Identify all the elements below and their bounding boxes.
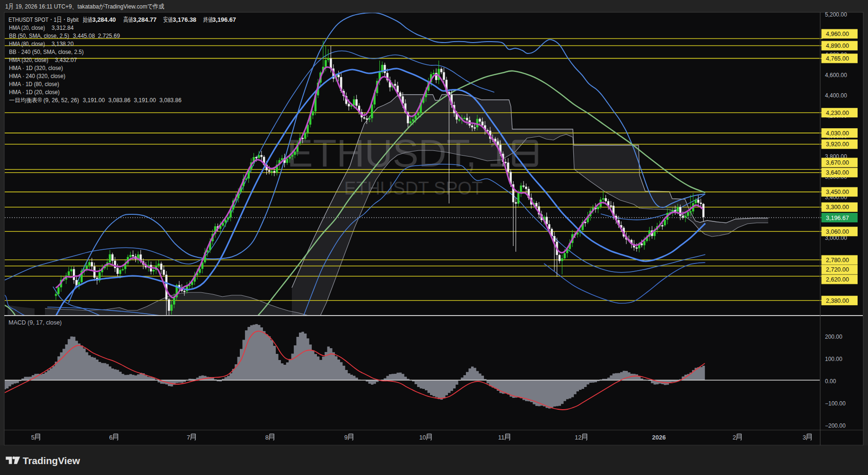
svg-text:3,191.00: 3,191.00 — [83, 97, 105, 104]
svg-text:安値: 安値 — [163, 16, 173, 23]
svg-text:−100.00: −100.00 — [825, 400, 846, 407]
svg-text:11: 11 — [498, 434, 505, 441]
svg-text:HMA (320, close): HMA (320, close) — [9, 57, 48, 63]
svg-text:4,400.00: 4,400.00 — [825, 92, 847, 99]
svg-text:2,780.00: 2,780.00 — [826, 257, 849, 264]
svg-text:3,432.07: 3,432.07 — [55, 57, 77, 63]
svg-text:3,060.00: 3,060.00 — [826, 229, 849, 235]
svg-text:3,196.67: 3,196.67 — [212, 16, 236, 23]
svg-text:BB (50, SMA, close, 2.5): BB (50, SMA, close, 2.5) — [9, 33, 69, 39]
svg-text:5: 5 — [31, 434, 35, 441]
svg-text:1月 19, 2026 16:11 UTC+9、takata: 1月 19, 2026 16:11 UTC+9、takatabaがTrading… — [5, 3, 164, 10]
svg-text:4,030.00: 4,030.00 — [826, 130, 849, 137]
svg-text:3,176.38: 3,176.38 — [173, 16, 196, 23]
svg-text:2,380.00: 2,380.00 — [826, 298, 849, 304]
svg-text:0.00: 0.00 — [825, 378, 836, 385]
svg-text:8: 8 — [265, 434, 269, 441]
svg-text:ETHUSDT SPOT・1日・Bybit: ETHUSDT SPOT・1日・Bybit — [9, 16, 79, 23]
svg-text:4,960.00: 4,960.00 — [826, 31, 849, 37]
svg-text:HMA (80, close): HMA (80, close) — [9, 41, 45, 47]
svg-text:3,450.00: 3,450.00 — [826, 189, 849, 195]
svg-text:3,284.40: 3,284.40 — [92, 16, 116, 23]
svg-text:3: 3 — [803, 434, 806, 441]
svg-text:3,312.84: 3,312.84 — [52, 25, 74, 31]
svg-text:100.00: 100.00 — [825, 356, 842, 362]
svg-text:高値: 高値 — [123, 16, 133, 23]
svg-text:9: 9 — [344, 434, 348, 441]
svg-text:3,445.08: 3,445.08 — [73, 33, 95, 39]
svg-text:10: 10 — [419, 434, 426, 441]
svg-text:5,200.00: 5,200.00 — [825, 11, 847, 18]
svg-text:3,284.77: 3,284.77 — [133, 16, 157, 23]
svg-text:7: 7 — [187, 434, 190, 441]
svg-text:3,083.86: 3,083.86 — [108, 97, 131, 104]
svg-text:3,670.00: 3,670.00 — [826, 159, 849, 166]
svg-text:4,765.00: 4,765.00 — [826, 55, 849, 62]
svg-text:BB · 240 (50, SMA, close, 2.5): BB · 240 (50, SMA, close, 2.5) — [9, 49, 84, 55]
svg-text:3,138.20: 3,138.20 — [52, 41, 74, 47]
svg-text:2: 2 — [733, 434, 736, 441]
svg-text:3,196.67: 3,196.67 — [826, 215, 849, 221]
svg-text:HMA · 1D (320, close): HMA · 1D (320, close) — [9, 65, 63, 71]
svg-text:−200.00: −200.00 — [825, 422, 846, 429]
svg-text:始値: 始値 — [83, 16, 92, 23]
svg-text:HMA (20, close): HMA (20, close) — [9, 25, 45, 31]
svg-text:4,890.00: 4,890.00 — [826, 43, 849, 49]
svg-text:終値: 終値 — [203, 16, 213, 23]
svg-text:4,600.00: 4,600.00 — [825, 72, 847, 79]
svg-text:3,191.00: 3,191.00 — [134, 97, 156, 104]
svg-text:HMA · 1D (20, close): HMA · 1D (20, close) — [9, 89, 60, 96]
svg-text:3,083.86: 3,083.86 — [159, 97, 182, 104]
svg-text:3,300.00: 3,300.00 — [826, 204, 849, 211]
svg-text:6: 6 — [109, 434, 113, 441]
svg-text:2,720.00: 2,720.00 — [826, 266, 849, 273]
svg-text:TradingView: TradingView — [23, 455, 80, 466]
svg-text:200.00: 200.00 — [825, 334, 842, 340]
svg-text:4,230.00: 4,230.00 — [826, 110, 849, 116]
svg-text:一目均衡表® (9, 26, 52, 26): 一目均衡表® (9, 26, 52, 26) — [9, 97, 79, 104]
svg-text:2,620.00: 2,620.00 — [826, 276, 849, 283]
svg-text:HMA · 1D (80, close): HMA · 1D (80, close) — [9, 81, 59, 88]
svg-text:MACD (9, 17, close): MACD (9, 17, close) — [9, 319, 62, 326]
svg-text:12: 12 — [575, 434, 581, 441]
svg-text:3,920.00: 3,920.00 — [826, 141, 849, 148]
svg-text:2026: 2026 — [652, 434, 666, 441]
svg-text:2,725.69: 2,725.69 — [98, 33, 120, 39]
svg-text:HMA · 240 (320, close): HMA · 240 (320, close) — [9, 73, 65, 79]
svg-text:3,640.00: 3,640.00 — [826, 169, 849, 176]
